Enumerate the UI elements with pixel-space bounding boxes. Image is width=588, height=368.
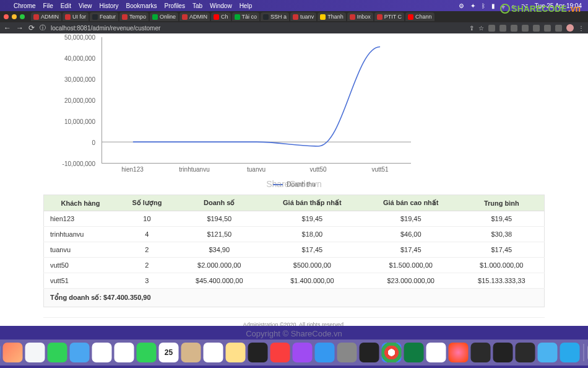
dock-notes-icon[interactable] (226, 343, 246, 362)
table-row: trinhtuanvu4$121,50$18,00$46,00$30,38 (44, 227, 545, 242)
dock-launchpad-icon[interactable] (3, 343, 23, 362)
dock-location-icon[interactable] (538, 343, 558, 362)
address-bar[interactable]: localhost:8081/admin/revenue/customer (51, 25, 464, 32)
chrome-menu-icon[interactable]: ⋮ (578, 25, 584, 32)
table-row: vutt502$2.000.000,00$500.000,00$1.500.00… (44, 258, 545, 273)
dock-app-icon[interactable] (449, 343, 469, 362)
dock-tv-icon[interactable] (248, 343, 268, 362)
dock-mail-icon[interactable] (70, 343, 90, 362)
watermark-bottom: Copyright © ShareCode.vn (246, 329, 342, 338)
dock-contacts-icon[interactable] (181, 343, 201, 362)
table-cell: $2.000.000,00 (177, 258, 262, 273)
dock-datagrip-icon[interactable] (516, 343, 535, 362)
search-icon[interactable]: ⌕ (511, 2, 515, 9)
table-cell: vutt50 (44, 258, 118, 273)
table-cell: $500.000,00 (262, 258, 363, 273)
dock-zalo-icon[interactable] (426, 343, 446, 362)
nav-reload-button[interactable]: ⟳ (28, 24, 35, 32)
menu-history[interactable]: History (99, 2, 118, 9)
dock-reminders-icon[interactable] (204, 343, 223, 362)
table-row: vutt513$45.400.000,00$1.400.000,00$23.00… (44, 273, 545, 289)
extension-icon[interactable] (522, 25, 529, 32)
dock-photos-icon[interactable] (115, 343, 134, 362)
extension-icon[interactable] (533, 25, 540, 32)
menu-bookmarks[interactable]: Bookmarks (126, 2, 157, 9)
share-icon[interactable]: ⇪ (469, 25, 474, 32)
extension-icon[interactable] (511, 25, 517, 32)
dock-terminal-icon[interactable] (360, 343, 379, 362)
table-cell: 4 (117, 227, 177, 242)
browser-tab[interactable]: Chann (405, 12, 435, 21)
browser-tab[interactable]: Thanh (318, 12, 346, 21)
dock-music-icon[interactable] (270, 343, 290, 362)
browser-tab[interactable]: Online (150, 12, 178, 21)
wifi-icon[interactable]: ⏚ (501, 2, 505, 9)
bluetooth-icon[interactable]: ᛒ (482, 2, 485, 9)
dock-chrome-icon[interactable] (382, 343, 402, 362)
extension-icon[interactable] (499, 25, 506, 32)
menu-profiles[interactable]: Profiles (165, 2, 185, 9)
tab-favicon-icon (350, 14, 355, 20)
battery-icon[interactable]: ▮ (491, 2, 495, 9)
table-header: Giá bán cao nhất (363, 195, 459, 211)
menu-window[interactable]: Window (210, 2, 232, 9)
browser-tab[interactable]: Tài co (232, 12, 260, 21)
nav-back-button[interactable]: ← (4, 24, 11, 32)
dock-telegram-icon[interactable] (560, 343, 580, 362)
menubar-app[interactable]: Chrome (14, 2, 36, 9)
menu-help[interactable]: Help (240, 2, 253, 9)
x-axis-tick: tuanvu (225, 166, 287, 173)
menu-edit[interactable]: Edit (61, 2, 71, 9)
menu-view[interactable]: View (79, 2, 92, 9)
window-maximize-button[interactable] (20, 14, 25, 19)
dock-appstore-icon[interactable] (315, 343, 335, 362)
dock-separator (584, 344, 584, 361)
y-axis-tick: 0 (92, 139, 95, 146)
page-footer: Administration ©2020. All rights reserve… (43, 317, 545, 326)
tab-favicon-icon (152, 14, 158, 20)
browser-tab[interactable]: Featur (90, 12, 118, 21)
dock-clock-icon[interactable] (493, 343, 513, 362)
dock-messages-icon[interactable] (48, 343, 67, 362)
table-cell: 3 (117, 273, 177, 289)
bookmark-icon[interactable]: ☆ (478, 25, 484, 32)
extension-icon[interactable] (544, 25, 551, 32)
clock[interactable]: Tue 25 Apr 19:04 (535, 2, 582, 9)
tab-title: ADMIN (189, 14, 207, 20)
dock-maps-icon[interactable] (92, 343, 112, 362)
dock-podcasts-icon[interactable] (293, 343, 313, 362)
browser-tab[interactable]: Ch (211, 12, 231, 21)
browser-tab[interactable]: ADMIN (31, 12, 61, 21)
dock-calendar-icon[interactable]: 25 (159, 343, 179, 362)
window-close-button[interactable] (4, 14, 9, 19)
browser-tab[interactable]: UI for (63, 12, 89, 21)
tab-favicon-icon (65, 14, 71, 20)
browser-tab[interactable]: PTIT C (374, 12, 404, 21)
extension-icon[interactable] (488, 25, 495, 32)
browser-tab[interactable]: Tempo (119, 12, 149, 21)
dock-settings-icon[interactable] (337, 343, 357, 362)
menu-file[interactable]: File (43, 2, 53, 9)
table-cell: $17,45 (262, 242, 363, 258)
nav-forward-button[interactable]: → (16, 24, 24, 32)
browser-tab[interactable]: Inbox (347, 12, 373, 21)
table-cell: vutt51 (44, 273, 118, 289)
tab-title: Thanh (327, 14, 344, 20)
browser-tab[interactable]: ADMIN (179, 12, 210, 21)
menu-tab[interactable]: Tab (192, 2, 202, 9)
site-info-icon[interactable]: ⓘ (40, 24, 46, 32)
dock-intellij-icon[interactable] (471, 343, 491, 362)
table-cell: $1.500.000,00 (363, 258, 459, 273)
dock-facetime-icon[interactable] (137, 343, 157, 362)
dock-finder-icon[interactable] (0, 343, 1, 362)
browser-tab[interactable]: tuanv (290, 12, 316, 21)
macos-dock: 25 (0, 340, 588, 366)
profile-avatar-icon[interactable] (566, 24, 574, 32)
control-center-icon[interactable]: ⌥ (521, 2, 529, 9)
browser-tab[interactable]: SSH a (261, 12, 289, 21)
table-cell: $30,38 (459, 227, 545, 242)
dock-safari-icon[interactable] (25, 343, 45, 362)
window-minimize-button[interactable] (12, 14, 17, 19)
dock-excel-icon[interactable] (404, 343, 424, 362)
extension-icon[interactable] (555, 25, 562, 32)
